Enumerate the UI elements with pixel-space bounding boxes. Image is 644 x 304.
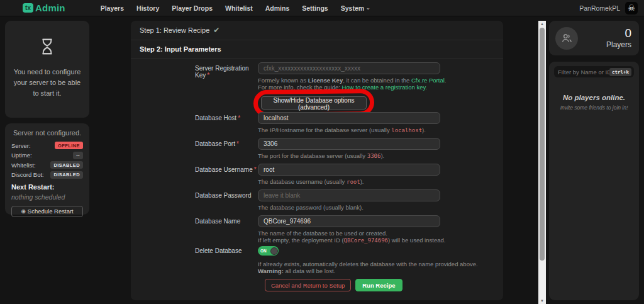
help-code: 3306 [367,153,381,159]
db-name-label-text: Database Name [195,218,240,225]
help-code: root [347,179,360,185]
username-label: PanRomekPL [579,4,620,12]
help-text: all data will be lost. [284,267,335,274]
required-mark: * [254,166,257,173]
db-delete-label: Delete Database [195,247,257,254]
help-text: Formely known as [258,77,308,84]
status-label: Server: [11,142,31,149]
warning-bold: Warning: [258,267,284,274]
db-pass-input[interactable] [258,189,440,201]
reg-key-input[interactable] [258,62,440,74]
avatar[interactable]: ☠ [625,2,638,14]
status-row-uptime: Uptime: -- [11,152,83,159]
help-text: ). [422,127,426,133]
no-players-subtitle: Invite some friends to join in! [554,104,634,111]
help-text: The IP/Hostname for the database server … [258,127,391,133]
db-host-input[interactable] [258,112,440,124]
db-delete-help2: Warning: all data will be lost. [258,267,335,274]
navbar-profile[interactable]: PanRomekPL ☠ [579,2,638,14]
players-group-icon [560,32,573,45]
players-label: Players [606,40,631,49]
player-filter[interactable]: ctrl+k [554,66,634,77]
nav-item-history[interactable]: History [130,4,165,12]
status-title: Server not configured. [11,129,83,137]
status-row-discord: Discord Bot: DISABLED [11,171,83,179]
db-port-label-text: Database Port [195,140,235,147]
db-port-input[interactable] [258,138,440,150]
delete-database-toggle[interactable]: ON [258,246,279,256]
help-code: QBCore_974696 [344,237,388,244]
db-host-help: The IP/Hostname for the database server … [258,127,426,133]
db-name-label: Database Name [195,218,257,225]
registration-key-guide-link[interactable]: How to create a registration key. [342,84,428,91]
next-restart-label: Next Restart: [11,183,83,191]
nav-item-admins[interactable]: Admins [259,4,296,12]
scrollbar-down-arrow[interactable]: ▼ [538,298,546,304]
help-code: localhost [391,127,422,133]
toggle-on-label: ON [260,249,267,253]
db-name-input[interactable] [258,215,440,227]
help-text: The port for the database server (usuall… [258,152,367,159]
logo-admin-text: Admin [35,3,65,13]
help-text: , it can be obtained in the [343,77,411,84]
server-status-card: Server not configured. Server: OFFLINE U… [5,123,89,215]
status-label: Discord Bot: [11,171,44,178]
status-label: Whitelist: [11,162,36,169]
help-bold: License Key [308,77,343,84]
db-port-label: Database Port* [195,140,257,147]
help-text: The database username (usually [258,178,347,185]
txadmin-logo[interactable]: tx Admin [23,3,65,13]
configure-notice-text: You need to configure your server to be … [11,67,84,99]
players-count: 0 [625,27,631,39]
reg-key-help1: Formely known as License Key, it can be … [258,77,446,84]
nav-item-system[interactable]: System ⌄ [335,4,377,12]
form-actions: Cancel and Return to Setup Run Recipe [265,279,402,291]
nav-item-system-label: System [341,4,364,12]
schedule-restart-button[interactable]: ⊕ Schedule Restart [11,206,83,217]
scrollbar-up-arrow[interactable]: ▲ [538,21,546,27]
help-text: ). [380,152,384,159]
left-sidebar: You need to configure your server to be … [5,21,89,215]
empty-player-list: No players online. Invite some friends t… [554,94,634,111]
next-restart-value: nothing scheduled [11,193,83,201]
chevron-down-icon: ⌄ [366,5,370,11]
db-delete-label-text: Delete Database [195,247,242,254]
status-row-whitelist: Whitelist: DISABLED [11,161,83,169]
toggle-knob [270,247,278,255]
nav-item-players[interactable]: Players [94,4,130,12]
skull-icon: ☠ [628,4,635,12]
db-host-label-text: Database Host [195,115,236,121]
db-user-label: Database Username* [195,166,257,173]
status-badge-uptime: -- [73,152,83,159]
db-pass-label: Database Password [195,192,257,199]
hourglass-icon [38,37,57,56]
shortcut-badge: ctrl+k [609,68,631,76]
cancel-return-setup-button[interactable]: Cancel and Return to Setup [265,279,351,291]
players-summary-card: 0 Players [549,21,639,55]
nav-item-whitelist[interactable]: Whitelist [219,4,259,12]
nav-item-settings[interactable]: Settings [296,4,334,12]
configure-notice-card: You need to configure your server to be … [5,21,89,118]
db-user-input[interactable] [258,164,440,176]
page-scrollbar[interactable]: ▲ ▼ [538,21,546,304]
scrollbar-thumb[interactable] [540,28,545,261]
db-host-label: Database Host* [195,115,257,121]
status-label: Uptime: [11,152,32,159]
show-hide-db-options-button[interactable]: Show/Hide Database options (advanced) [261,96,367,110]
txadmin-app: tx Admin Players History Player Drops Wh… [0,0,644,304]
status-badge-discord: DISABLED [50,171,83,179]
player-filter-input[interactable] [558,69,609,76]
help-text: ). [360,178,364,185]
required-mark: * [236,140,239,147]
cfx-portal-link[interactable]: Cfx.re Portal [411,77,445,84]
db-port-help: The port for the database server (usuall… [258,152,384,159]
run-recipe-button[interactable]: Run Recipe [355,279,402,291]
main-nav: Players History Player Drops Whitelist A… [94,4,377,12]
player-list-card: ctrl+k No players online. Invite some fr… [549,62,639,300]
no-players-title: No players online. [554,94,634,101]
db-name-help1: The name of the database to be used or c… [258,230,387,237]
players-meta: 0 Players [606,27,631,49]
help-text: . [445,77,447,84]
nav-item-player-drops[interactable]: Player Drops [165,4,219,12]
plus-circle-icon: ⊕ [21,208,26,215]
